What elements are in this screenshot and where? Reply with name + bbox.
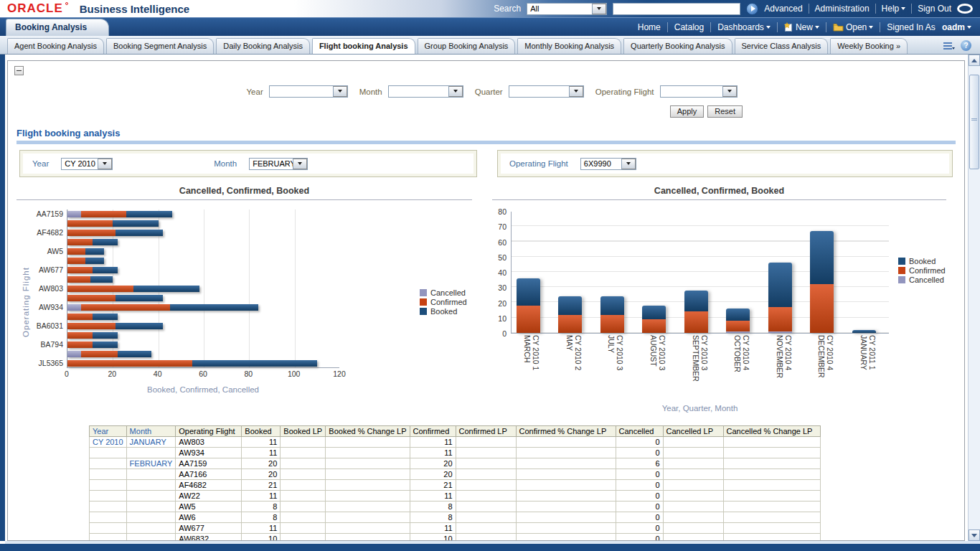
prompt-select-month[interactable]: [388, 85, 463, 98]
bar-segment-confirmed[interactable]: [67, 239, 93, 245]
bar-segment-booked[interactable]: [116, 323, 164, 329]
cell-year[interactable]: CY 2010: [90, 437, 127, 448]
subtab-service-class-analysis[interactable]: Service Class Analysis: [735, 38, 829, 54]
collapse-section-button[interactable]: [14, 66, 24, 75]
bar-segment-confirmed[interactable]: [81, 211, 126, 217]
new-menu[interactable]: New: [784, 22, 819, 32]
bar-segment-confirmed[interactable]: [67, 267, 93, 273]
bar-segment-booked[interactable]: [116, 230, 164, 236]
bar-segment-cancelled[interactable]: [67, 211, 81, 217]
subtab-monthly-booking-analysis[interactable]: Monthly Booking Analysis: [517, 38, 621, 54]
bar-segment-booked[interactable]: [93, 239, 118, 245]
bar-segment-booked[interactable]: [600, 296, 624, 315]
bar-segment-confirmed[interactable]: [81, 304, 170, 311]
subtab-weekly-booking[interactable]: Weekly Booking »: [830, 38, 908, 54]
column-header-month[interactable]: Month: [126, 426, 176, 437]
cell-month[interactable]: FEBRUARY: [126, 458, 176, 469]
sign-out-link[interactable]: Sign Out: [918, 4, 951, 14]
bar-segment-booked[interactable]: [642, 306, 666, 319]
bar-segment-confirmed[interactable]: [558, 315, 582, 334]
page-options-icon[interactable]: [943, 41, 956, 51]
search-go-button[interactable]: [746, 3, 758, 15]
chevron-down-icon[interactable]: [592, 4, 606, 14]
filter-select-year[interactable]: CY 2010: [61, 158, 113, 170]
chevron-down-icon[interactable]: [293, 159, 307, 169]
bar-segment-booked[interactable]: [85, 248, 103, 255]
chevron-down-icon[interactable]: [621, 159, 636, 169]
bar-segment-confirmed[interactable]: [67, 342, 93, 348]
home-link[interactable]: Home: [638, 22, 661, 32]
bar-segment-confirmed[interactable]: [67, 286, 133, 292]
advanced-link[interactable]: Advanced: [764, 4, 802, 14]
subtab-daily-booking-analysis[interactable]: Daily Booking Analysis: [216, 38, 310, 54]
subtab-booking-segment-analysis[interactable]: Booking Segment Analysis: [106, 38, 214, 54]
filter-select-month[interactable]: FEBRUARY: [249, 158, 308, 170]
bar-segment-cancelled[interactable]: [726, 331, 750, 333]
bar-segment-confirmed[interactable]: [67, 230, 116, 236]
bar-segment-booked[interactable]: [93, 314, 118, 320]
column-header-year[interactable]: Year: [90, 426, 127, 437]
bar-segment-confirmed[interactable]: [67, 258, 85, 264]
bar-segment-cancelled[interactable]: [768, 331, 792, 333]
subtab-group-booking-analysis[interactable]: Group Booking Analysis: [418, 38, 516, 54]
chevron-down-icon[interactable]: [98, 159, 112, 169]
bar-segment-confirmed[interactable]: [768, 307, 792, 331]
subtab-flight-booking-analysis[interactable]: Flight booking Analysis: [312, 38, 415, 54]
bar-segment-booked[interactable]: [113, 220, 158, 227]
bar-segment-confirmed[interactable]: [67, 248, 85, 255]
bar-segment-confirmed[interactable]: [67, 295, 116, 301]
bar-segment-confirmed[interactable]: [684, 311, 708, 333]
bar-segment-cancelled[interactable]: [67, 351, 81, 357]
cell-month[interactable]: JANUARY: [126, 437, 176, 448]
bar-segment-booked[interactable]: [85, 258, 103, 264]
search-input[interactable]: [613, 3, 740, 15]
chevron-down-icon[interactable]: [722, 86, 737, 97]
administration-link[interactable]: Administration: [815, 4, 870, 14]
bar-segment-booked[interactable]: [118, 351, 152, 357]
bar-segment-booked[interactable]: [93, 332, 118, 339]
search-scope-select[interactable]: All: [527, 3, 607, 15]
help-menu[interactable]: Help: [882, 4, 906, 14]
bar-segment-cancelled[interactable]: [67, 304, 81, 311]
apply-button[interactable]: Apply: [670, 105, 705, 118]
bar-segment-booked[interactable]: [116, 295, 164, 301]
bar-segment-confirmed[interactable]: [810, 284, 834, 333]
bar-segment-booked[interactable]: [517, 278, 540, 306]
bar-segment-booked[interactable]: [93, 267, 118, 273]
filter-select-operating-flight[interactable]: 6X9990: [580, 158, 636, 170]
signed-in-as-menu[interactable]: Signed In As oadm: [887, 22, 971, 32]
open-menu[interactable]: Open: [833, 22, 873, 32]
bar-segment-confirmed[interactable]: [67, 332, 93, 339]
chevron-down-icon[interactable]: [448, 86, 463, 97]
bar-segment-booked[interactable]: [852, 330, 876, 333]
bar-segment-confirmed[interactable]: [67, 276, 90, 283]
bar-segment-booked[interactable]: [90, 276, 113, 283]
bar-segment-booked[interactable]: [133, 286, 199, 292]
bar-segment-confirmed[interactable]: [642, 319, 666, 333]
chevron-down-icon[interactable]: [569, 86, 583, 97]
bar-segment-confirmed[interactable]: [600, 315, 624, 334]
prompt-select-year[interactable]: [269, 85, 348, 98]
bar-segment-confirmed[interactable]: [81, 351, 118, 357]
bar-segment-booked[interactable]: [93, 342, 118, 348]
scrollbar-thumb[interactable]: [969, 75, 979, 169]
vertical-scrollbar[interactable]: [968, 55, 980, 541]
bar-segment-booked[interactable]: [810, 231, 834, 284]
bar-segment-booked[interactable]: [558, 296, 582, 315]
subtab-quarterly-booking-analysis[interactable]: Quarterly Booking Analysis: [623, 38, 732, 54]
prompt-select-quarter[interactable]: [509, 85, 584, 98]
bar-segment-booked[interactable]: [726, 309, 750, 321]
dashboard-tab-booking-analysis[interactable]: Booking Analysis: [6, 19, 109, 36]
bar-segment-confirmed[interactable]: [726, 321, 750, 331]
prompt-select-operating-flight[interactable]: [660, 85, 738, 98]
bar-segment-booked[interactable]: [126, 211, 171, 217]
bar-segment-booked[interactable]: [768, 263, 792, 307]
bar-segment-confirmed[interactable]: [67, 220, 113, 227]
bar-segment-booked[interactable]: [684, 291, 708, 312]
bar-segment-confirmed[interactable]: [67, 360, 192, 367]
reset-button[interactable]: Reset: [707, 105, 743, 118]
subtab-agent-booking-analysis[interactable]: Agent Booking Analysis: [7, 38, 104, 54]
bar-segment-confirmed[interactable]: [67, 323, 116, 329]
bar-segment-booked[interactable]: [170, 304, 259, 311]
chevron-down-icon[interactable]: [333, 86, 347, 97]
